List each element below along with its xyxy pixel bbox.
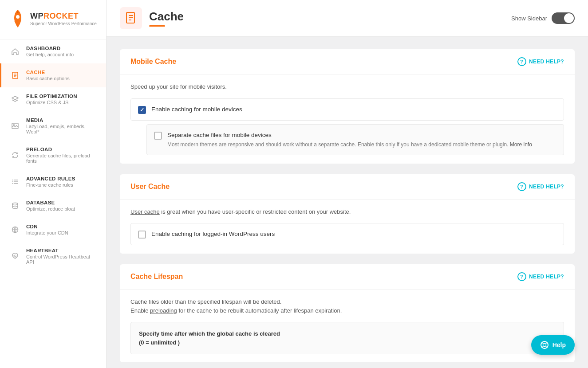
sidebar-toggle-area: Show Sidebar OFF [511,12,575,24]
svg-text:?: ? [520,274,523,279]
user-cache-body: User cache is great when you have user-s… [120,200,575,254]
more-info-link[interactable]: More info [510,141,532,148]
sidebar: WPROCKET Superior WordPress Performance … [0,0,107,368]
image-icon [10,121,20,131]
media-title: MEDIA [26,117,97,123]
page-icon-cache [120,7,142,29]
preload-subtitle: Generate cache files, preload fonts [26,153,97,164]
sidebar-item-preload[interactable]: PRELOAD Generate cache files, preload fo… [0,141,106,170]
page-body: Mobile Cache ? NEED HELP? Speed up your … [107,37,588,368]
database-icon [10,201,20,211]
separate-mobile-cache-label: Separate cache files for mobile devices [167,132,272,138]
user-cache-header: User Cache ? NEED HELP? [120,174,575,200]
mobile-caching-option: Enable caching for mobile devices [130,98,564,121]
floating-help-button[interactable]: Help [531,335,575,355]
cache-lifespan-header: Cache Lifespan ? NEED HELP? [120,264,575,290]
mobile-cache-description: Speed up your site for mobile visitors. [130,82,564,91]
show-sidebar-label: Show Sidebar [511,15,547,22]
specify-cache-clear-box: Specify time after which the global cach… [130,322,564,354]
svg-text:?: ? [520,184,523,189]
lifebuoy-icon [540,341,549,349]
specify-cache-title: Specify time after which the global cach… [139,329,556,347]
cache-title: CACHE [26,70,97,75]
preload-title: PRELOAD [26,147,97,152]
cache-icon [10,70,20,80]
enable-logged-in-checkbox[interactable] [138,231,146,239]
media-subtitle: LazyLoad, emojis, embeds, WebP [26,124,97,134]
help-circle-icon: ? [517,57,526,66]
user-cache-link[interactable]: User cache [130,208,160,215]
adv-rules-subtitle: Fine-tune cache rules [26,182,97,188]
mobile-cache-header: Mobile Cache ? NEED HELP? [120,49,575,74]
logo-text: WPROCKET Superior WordPress Performance [30,12,97,26]
sidebar-item-heartbeat[interactable]: HEARTBEAT Control WordPress Heartbeat AP… [0,242,106,271]
svg-rect-11 [12,181,13,182]
sidebar-item-file-optimization[interactable]: FILE OPTIMIZATION Optimize CSS & JS [0,87,106,111]
separate-mobile-cache-desc: Most modern themes are responsive and sh… [167,141,556,149]
logo-area: WPROCKET Superior WordPress Performance [0,0,106,39]
file-opt-title: FILE OPTIMIZATION [26,94,97,99]
list-icon [10,177,20,187]
refresh-icon [10,150,20,160]
heartbeat-icon [10,251,20,261]
svg-point-13 [12,203,18,205]
svg-point-24 [543,344,546,347]
user-cache-description: User cache is great when you have user-s… [130,207,564,216]
dashboard-title: DASHBOARD [26,46,97,51]
help-circle-icon-3: ? [517,272,526,281]
svg-rect-10 [12,180,13,180]
cache-lifespan-body: Cache files older than the specified lif… [120,290,575,362]
separate-mobile-cache-option: Separate cache files for mobile devices … [146,124,564,155]
file-opt-subtitle: Optimize CSS & JS [26,100,97,105]
cache-lifespan-title: Cache Lifespan [130,273,183,281]
sidebar-item-cache[interactable]: CACHE Basic cache options [0,63,106,87]
cache-lifespan-need-help[interactable]: ? NEED HELP? [517,272,564,281]
heartbeat-title: HEARTBEAT [26,248,97,253]
page-title: Cache [149,10,184,23]
sidebar-item-database[interactable]: DATABASE Optimize, reduce bloat [0,194,106,218]
logged-in-caching-option: Enable caching for logged-in WordPress u… [130,223,564,245]
cache-lifespan-description: Cache files older than the specified lif… [130,298,564,315]
cdn-title: CDN [26,224,97,229]
mobile-cache-need-help[interactable]: ? NEED HELP? [517,57,564,66]
dashboard-subtitle: Get help, account info [26,52,97,57]
sidebar-toggle-switch[interactable]: OFF [552,12,575,24]
logo-wp: WP [30,12,43,20]
enable-mobile-caching-checkbox[interactable] [138,106,146,114]
main-content: Cache Show Sidebar OFF Mobile Cache ? NE… [107,0,588,368]
toggle-state-label: OFF [564,16,572,20]
help-circle-icon-2: ? [517,182,526,191]
help-button-label: Help [552,341,566,348]
svg-point-0 [16,15,20,19]
preloading-link[interactable]: preloading [150,307,177,314]
cache-lifespan-section: Cache Lifespan ? NEED HELP? Cache files … [120,264,575,362]
logo-tagline: Superior WordPress Performance [30,21,97,26]
user-cache-need-help[interactable]: ? NEED HELP? [517,182,564,191]
mobile-cache-body: Speed up your site for mobile visitors. … [120,74,575,164]
svg-rect-12 [12,183,13,184]
cdn-subtitle: Integrate your CDN [26,230,97,235]
mobile-cache-section: Mobile Cache ? NEED HELP? Speed up your … [120,49,575,164]
mobile-cache-title: Mobile Cache [130,58,176,66]
page-header: Cache Show Sidebar OFF [107,0,588,37]
sidebar-item-advanced-rules[interactable]: ADVANCED RULES Fine-tune cache rules [0,170,106,194]
logo-rocket: ROCKET [43,12,79,20]
adv-rules-title: ADVANCED RULES [26,176,97,181]
sidebar-item-dashboard[interactable]: DASHBOARD Get help, account info [0,39,106,63]
layers-icon [10,94,20,104]
sidebar-item-media[interactable]: MEDIA LazyLoad, emojis, embeds, WebP [0,111,106,141]
logo-rocket-icon [9,9,27,28]
user-cache-section: User Cache ? NEED HELP? User cache is gr… [120,174,575,254]
main-navigation: DASHBOARD Get help, account info CACHE B… [0,39,106,368]
sidebar-item-cdn[interactable]: CDN Integrate your CDN [0,218,106,242]
user-cache-title: User Cache [130,183,170,191]
database-title: DATABASE [26,200,97,205]
heartbeat-subtitle: Control WordPress Heartbeat API [26,254,97,265]
logged-in-caching-label: Enable caching for logged-in WordPress u… [151,231,275,237]
separate-mobile-cache-checkbox[interactable] [154,132,162,140]
title-underline [149,25,165,27]
mobile-caching-label: Enable caching for mobile devices [151,106,242,113]
database-subtitle: Optimize, reduce bloat [26,206,97,211]
cache-subtitle: Basic cache options [26,76,97,81]
svg-text:?: ? [520,59,523,64]
